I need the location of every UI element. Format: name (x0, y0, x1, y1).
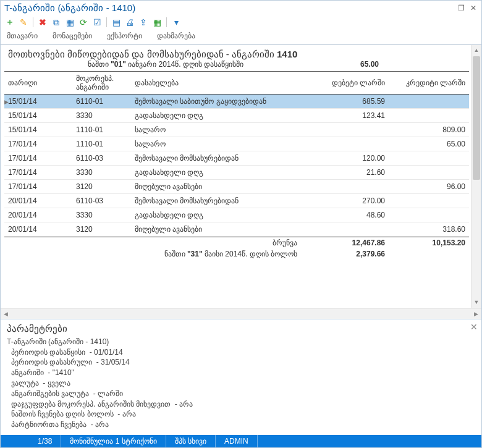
cell-debit (308, 222, 389, 237)
add-icon[interactable]: ＋ (4, 17, 15, 28)
col-date[interactable]: თარიღი (4, 72, 72, 95)
delete-icon[interactable]: ✖ (37, 17, 48, 28)
table-row[interactable]: 15/01/141110-01სალარო809.00 (4, 123, 469, 137)
opening-label-pre: ნაშთი (88, 60, 111, 69)
cell-debit: 120.00 (308, 151, 389, 166)
print-icon[interactable]: 🖨 (124, 17, 135, 28)
col-account[interactable]: მოკორესპ. ანგარიში (72, 72, 131, 95)
param-line: ანგარიშგების ვალუტა - ლარში (7, 389, 475, 399)
table-row[interactable]: ▶15/01/146110-01შემოსავალი საბითუმო გაყი… (4, 95, 469, 109)
cell-acc: 3120 (72, 180, 131, 194)
menu-export[interactable]: ექსპორტი (107, 32, 142, 40)
table-row[interactable]: 15/01/143330გადასახდელი დღგ123.41 (4, 109, 469, 123)
scroll-up-icon[interactable]: ▲ (471, 45, 481, 56)
cell-credit: 65.00 (389, 137, 469, 151)
parameters-panel: ✕ პარამეტრები T-ანგარიში (ანგარიში - 141… (1, 319, 481, 435)
edit-icon[interactable]: ✎ (18, 17, 29, 28)
table-row[interactable]: 17/01/143330გადასახდელი დღგ21.60 (4, 166, 469, 180)
toolbar-sep (33, 17, 33, 27)
excel-icon[interactable]: ▦ (151, 17, 163, 28)
status-company: შპს სხივი (166, 435, 216, 447)
cell-date: 17/01/14 (4, 166, 72, 180)
report-pane: მოთხოვნები მიწოდებიდან და მომსახურებიდან… (1, 45, 481, 319)
cell-date: 20/01/14 (4, 208, 72, 222)
cell-acc: 1110-01 (72, 123, 131, 137)
cell-credit (389, 95, 469, 109)
scroll-thumb[interactable] (473, 56, 480, 180)
turnover-label: ბრუნვა (8, 239, 305, 247)
cell-acc: 6110-01 (72, 95, 131, 109)
horizontal-scrollbar[interactable]: ◀ ▶ (1, 308, 481, 319)
cell-debit: 21.60 (308, 166, 389, 180)
titlebar: T-ანგარიში (ანგარიში - 1410) ❐ ✕ (1, 1, 481, 15)
cell-debit: 48.60 (308, 208, 389, 222)
cell-debit (308, 123, 389, 137)
param-line: დაჯგუფდება მოკორესპ. ანგარიშის მიხედვით … (7, 399, 475, 410)
close-params-icon[interactable]: ✕ (470, 322, 478, 332)
menu-main[interactable]: მთავარი (7, 32, 38, 40)
cell-date: 17/01/14 (4, 180, 72, 194)
table-row[interactable]: 20/01/146110-03შემოსავალი მომსახურებიდან… (4, 194, 469, 208)
statusbar: 1/38 მონიშნულია 1 სტრიქონი შპს სხივი ADM… (1, 435, 481, 447)
copy-icon[interactable]: ⧉ (51, 17, 62, 28)
table-row[interactable]: 17/01/146110-03შემოსავალი მომსახურებიდან… (4, 151, 469, 166)
param-line: პარტნიორთა ჩვენება - არა (7, 420, 475, 430)
report-title-text: მოთხოვნები მიწოდებიდან და მომსახურებიდან… (8, 49, 277, 59)
scroll-down-icon[interactable]: ▼ (471, 297, 481, 308)
col-desc[interactable]: დასახელება (131, 72, 308, 95)
close-icon[interactable]: ✕ (469, 4, 478, 12)
cell-desc: სალარო (131, 137, 308, 151)
table-row[interactable]: 20/01/143120მიღებული ავანსები318.60 (4, 222, 469, 237)
export-icon[interactable]: ⇪ (138, 17, 149, 28)
dropdown-icon[interactable]: ▾ (171, 17, 182, 28)
status-position: 1/38 (1, 435, 61, 447)
cell-date: 17/01/14 (4, 151, 72, 166)
window-title: T-ანგარიში (ანგარიში - 1410) (4, 2, 453, 14)
cell-acc: 3330 (72, 109, 131, 123)
menu-data[interactable]: მონაცემები (53, 32, 92, 40)
menu-help[interactable]: დახმარება (157, 32, 195, 40)
restore-icon[interactable]: ❐ (457, 4, 465, 12)
scroll-right-icon[interactable]: ▶ (471, 311, 481, 317)
col-credit[interactable]: კრედიტი ლარში (389, 72, 469, 95)
grid-icon[interactable]: ▦ (64, 17, 75, 28)
param-line: T-ანგარიში (ანგარიში - 1410) (7, 337, 475, 347)
cell-date: 15/01/14 (4, 123, 72, 137)
checklist-icon[interactable]: ☑ (91, 17, 103, 28)
ledger-table: თარიღი მოკორესპ. ანგარიში დასახელება დებ… (4, 71, 469, 237)
row-indicator-icon: ▶ (4, 99, 9, 105)
cell-debit: 270.00 (308, 194, 389, 208)
cell-credit: 96.00 (389, 180, 469, 194)
opening-date: "01" (111, 60, 126, 69)
toolbar-sep (106, 17, 107, 27)
closing-value: 2,379.66 (305, 250, 385, 258)
table-row[interactable]: 17/01/143120მიღებული ავანსები96.00 (4, 180, 469, 194)
toolbar-sep (166, 17, 167, 27)
cell-debit (308, 137, 389, 151)
menubar: მთავარი მონაცემები ექსპორტი დახმარება (1, 30, 481, 44)
table-row[interactable]: 17/01/141110-01სალარო65.00 (4, 137, 469, 151)
refresh-icon[interactable]: ⟳ (78, 17, 89, 28)
param-line: პერიოდის დასაწყისი - 01/01/14 (7, 347, 475, 358)
cell-date: 15/01/14 (4, 109, 72, 123)
cell-desc: სალარო (131, 123, 308, 137)
report-icon[interactable]: ▤ (111, 17, 122, 28)
col-debit[interactable]: დებეტი ლარში (308, 72, 389, 95)
turnover-credit: 10,153.20 (385, 239, 465, 247)
report-title-account: 1410 (277, 49, 297, 59)
totals-block: ბრუნვა 12,467.86 10,153.20 ნაშთი "31" მა… (4, 237, 469, 260)
opening-balance: ნაშთი "01" იანვარი 2014წ. დღის დასაწყისშ… (4, 60, 469, 71)
scroll-left-icon[interactable]: ◀ (1, 311, 11, 317)
vertical-scrollbar[interactable]: ▲ ▼ (471, 45, 481, 308)
app-window: T-ანგარიში (ანგარიში - 1410) ❐ ✕ ＋ ✎ ✖ ⧉… (0, 0, 482, 448)
opening-value: 65.00 (323, 60, 385, 69)
table-row[interactable]: 20/01/143330გადასახდელი დღგ48.60 (4, 208, 469, 222)
cell-credit (389, 166, 469, 180)
param-line: ანგარიში - "1410" (7, 368, 475, 378)
status-selection: მონიშნულია 1 სტრიქონი (61, 435, 166, 447)
cell-date: 20/01/14 (4, 222, 72, 237)
cell-debit: 123.41 (308, 109, 389, 123)
cell-debit: 685.59 (308, 95, 389, 109)
cell-credit (389, 109, 469, 123)
status-user: ADMIN (216, 435, 258, 447)
